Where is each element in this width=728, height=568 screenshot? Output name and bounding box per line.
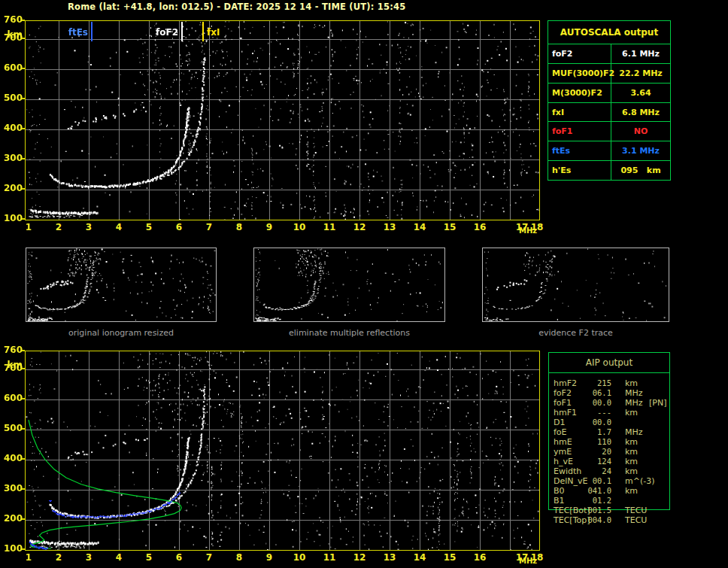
autoscala-window: Rome (lat: +41.8, lon: 012.5) - DATE: 20… bbox=[0, 0, 728, 568]
aip-param-value: 24 bbox=[549, 466, 611, 476]
x-axis-tick-label: 7 bbox=[198, 223, 220, 232]
x-axis-tick-label: 5 bbox=[138, 223, 160, 232]
autoscala-row-value: 3.1 MHz bbox=[611, 141, 670, 160]
x-axis-tick-label: 14 bbox=[408, 223, 431, 232]
x-axis-tick-label: 2 bbox=[47, 223, 70, 232]
y-axis-tick bbox=[22, 518, 25, 520]
y-axis-unit-label: km bbox=[0, 360, 23, 370]
marker-line-ftes bbox=[91, 22, 93, 41]
y-axis-tick-label: 200 bbox=[0, 514, 23, 524]
y-axis-tick-label: 400 bbox=[0, 454, 23, 463]
x-axis-tick-label: 15 bbox=[438, 553, 461, 563]
marker-label-fxi: fxI bbox=[207, 28, 220, 38]
aip-param-value: 20 bbox=[549, 447, 611, 457]
aip-param-value: 00.0 bbox=[549, 418, 611, 427]
y-axis-tick-label: 500 bbox=[0, 93, 23, 103]
x-axis-tick-label: 10 bbox=[288, 223, 311, 232]
autoscala-row-muf-3000-f2: MUF(3000)F222.2 MHz bbox=[548, 64, 670, 84]
page-title: Rome (lat: +41.8, lon: 012.5) - DATE: 20… bbox=[68, 2, 405, 12]
x-axis-tick-label: 6 bbox=[168, 553, 190, 563]
marker-line-fxi bbox=[202, 22, 204, 41]
x-axis-tick-label: 7 bbox=[198, 553, 220, 563]
x-axis-tick-label: 13 bbox=[378, 223, 401, 232]
y-axis-tick-label: 300 bbox=[0, 484, 23, 494]
y-axis-unit-label: km bbox=[0, 30, 23, 40]
x-axis-tick-label: 3 bbox=[77, 553, 100, 563]
autoscala-row-h-es: h'Es095 km bbox=[548, 161, 670, 180]
aip-param-value: 01.2 bbox=[549, 496, 611, 506]
y-axis-tick-label: 400 bbox=[0, 123, 23, 133]
x-axis-tick-label: 1 bbox=[17, 223, 40, 232]
aip-row-yme: ymE20km bbox=[549, 447, 669, 457]
x-axis-tick-label: 12 bbox=[348, 553, 371, 563]
aip-row-ewidth: Ewidth24km bbox=[549, 466, 669, 476]
autoscala-row-ftes: ftEs3.1 MHz bbox=[548, 141, 670, 161]
aip-row-fof2: foF206.1MHz bbox=[549, 388, 669, 398]
x-axis-tick-label: 1 bbox=[17, 553, 40, 563]
aip-param-unit: MHz bbox=[625, 388, 643, 398]
aip-param-value: 041.0 bbox=[549, 486, 611, 496]
aip-param-value: 06.1 bbox=[549, 388, 611, 398]
aip-row-hme: hmE110km bbox=[549, 437, 669, 447]
autoscala-row-label: M(3000)F2 bbox=[548, 84, 611, 102]
aip-param-value: 110 bbox=[549, 437, 611, 447]
aip-param-value: 001.5 bbox=[549, 506, 611, 515]
thumbnail-multiple-reflections-canvas bbox=[254, 248, 444, 321]
autoscala-row-fof1: foF1NO bbox=[548, 122, 670, 141]
autoscala-row-value: 6.8 MHz bbox=[611, 103, 670, 122]
aip-param-value: 00.0 bbox=[549, 398, 611, 408]
y-axis-tick-label: 760 bbox=[0, 15, 23, 25]
aip-row-foe: foE1.7MHz bbox=[549, 427, 669, 437]
y-axis-tick-label: 600 bbox=[0, 63, 23, 73]
y-axis-tick bbox=[22, 458, 25, 460]
thumbnail-f2-trace-canvas bbox=[483, 248, 669, 321]
marker-label-fof2: foF2 bbox=[156, 28, 178, 38]
aip-param-value: 00.1 bbox=[549, 476, 611, 486]
y-axis-tick bbox=[22, 68, 25, 69]
aip-param-unit: MHz bbox=[625, 398, 643, 408]
x-axis-tick-label: 10 bbox=[288, 553, 311, 563]
aip-row-hmf2: hmF2215km bbox=[549, 378, 669, 388]
aip-row-hmf1: hmF1---km bbox=[549, 408, 669, 418]
y-axis-tick bbox=[22, 188, 25, 190]
y-axis-tick bbox=[22, 428, 25, 430]
ionogram-top-canvas bbox=[26, 21, 539, 220]
thumbnail-multiple-reflections bbox=[253, 248, 445, 322]
y-axis-tick bbox=[22, 20, 25, 21]
aip-param-unit: km bbox=[625, 466, 638, 476]
aip-param-unit: km bbox=[625, 486, 638, 496]
x-axis-tick-label: 11 bbox=[318, 553, 341, 563]
autoscala-row-value: 095 km bbox=[611, 161, 670, 180]
ionogram-top-panel: ftEsfoF2fxI bbox=[25, 20, 540, 220]
autoscala-row-value: 22.2 MHz bbox=[611, 64, 670, 83]
aip-param-unit: m^(-3) bbox=[625, 476, 654, 486]
y-axis-tick-label: 600 bbox=[0, 393, 23, 403]
aip-param-unit: km bbox=[625, 437, 638, 447]
y-axis-tick bbox=[22, 398, 25, 399]
autoscala-row-value: NO bbox=[611, 122, 670, 141]
x-axis-tick-label: 16 bbox=[469, 553, 491, 563]
y-axis-tick bbox=[22, 350, 25, 351]
autoscala-row-label: fxI bbox=[548, 103, 611, 122]
aip-row-d1: D100.0 bbox=[549, 418, 669, 427]
aip-param-unit: km bbox=[625, 447, 638, 457]
aip-param-unit: MHz bbox=[625, 427, 643, 437]
autoscala-row-fof2: foF26.1 MHz bbox=[548, 44, 670, 64]
autoscala-row-m-3000-f2: M(3000)F23.64 bbox=[548, 84, 670, 103]
x-axis-tick-label: 9 bbox=[258, 223, 281, 232]
aip-row-b0: B0041.0km bbox=[549, 486, 669, 496]
x-axis-tick-label: 13 bbox=[378, 553, 401, 563]
aip-param-value: 215 bbox=[549, 378, 611, 388]
x-axis-tick-label: 5 bbox=[138, 553, 160, 563]
y-axis-tick-label: 760 bbox=[0, 345, 23, 355]
thumbnail-caption-original: original ionogram resized bbox=[26, 328, 217, 338]
autoscala-table-title: AUTOSCALA output bbox=[548, 21, 670, 44]
x-axis-tick-label: 6 bbox=[168, 223, 190, 232]
x-axis-tick-label: 16 bbox=[469, 223, 491, 232]
aip-row-b1: B101.2 bbox=[549, 496, 669, 506]
autoscala-row-label: foF1 bbox=[548, 122, 611, 141]
aip-row-tec-bot-: TEC[Bot]001.5TECU bbox=[549, 506, 669, 515]
x-axis-tick-label: 2 bbox=[47, 553, 70, 563]
y-axis-tick bbox=[22, 218, 25, 220]
ionogram-bottom-panel bbox=[25, 351, 540, 551]
